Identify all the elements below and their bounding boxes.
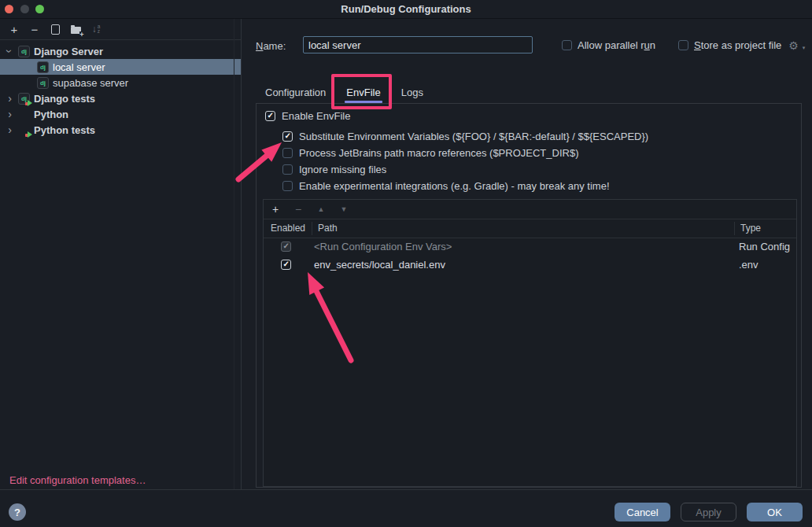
sort-configurations-button[interactable]: ↓ az xyxy=(86,21,106,37)
cancel-button[interactable]: Cancel xyxy=(615,503,670,521)
store-as-project-file-label: Store as project file xyxy=(694,39,781,51)
name-input[interactable] xyxy=(303,36,533,53)
chevron-right-icon[interactable]: › xyxy=(5,92,15,105)
table-row-env-secrets-file[interactable]: env_secrets/local_daniel.env .env xyxy=(264,256,796,274)
python-icon xyxy=(18,109,30,120)
sort-az-icon: ↓ az xyxy=(92,24,101,35)
title-bar: Run/Debug Configurations xyxy=(0,0,812,19)
tab-logs[interactable]: Logs xyxy=(400,82,425,103)
sidebar-toolbar: + − + ↓ az xyxy=(0,19,241,40)
copy-configuration-button[interactable] xyxy=(45,21,65,37)
substitute-env-vars-checkbox[interactable] xyxy=(282,131,293,142)
close-window-button[interactable] xyxy=(5,5,13,13)
edit-configuration-templates-link[interactable]: Edit configuration templates… xyxy=(9,474,146,486)
configurations-sidebar: + − + ↓ az › dj Django Server dj local s… xyxy=(0,19,242,489)
configurations-tree: › dj Django Server dj local server dj su… xyxy=(0,40,241,138)
move-up-button[interactable]: ▲ xyxy=(316,206,327,213)
remove-env-file-button[interactable]: − xyxy=(293,204,304,215)
process-path-macros-option: Process JetBrains path macro references … xyxy=(282,147,578,159)
move-down-button[interactable]: ▼ xyxy=(338,206,349,213)
add-configuration-button[interactable]: + xyxy=(4,21,24,37)
ignore-missing-files-checkbox[interactable] xyxy=(282,164,293,175)
config-tabs: Configuration EnvFile Logs xyxy=(264,82,425,103)
column-header-enabled: Enabled xyxy=(271,223,305,234)
help-button[interactable]: ? xyxy=(9,503,26,521)
django-icon: dj xyxy=(18,46,30,57)
python-test-icon xyxy=(18,124,30,136)
tab-envfile[interactable]: EnvFile xyxy=(345,82,382,103)
django-test-icon: dj xyxy=(18,93,30,105)
substitute-env-vars-option: Substitute Environment Variables (${FOO}… xyxy=(282,131,648,142)
envfile-tab-panel: Enable EnvFile Substitute Environment Va… xyxy=(256,103,802,488)
dialog-button-bar: ? Cancel Apply OK xyxy=(0,489,812,527)
zoom-window-button[interactable] xyxy=(35,5,44,13)
tree-item-django-server[interactable]: › dj Django Server xyxy=(0,43,241,59)
configuration-editor: Name: Allow parallel run Store as projec… xyxy=(242,18,812,489)
chevron-right-icon[interactable]: › xyxy=(5,123,15,136)
tree-item-supabase-server[interactable]: dj supabase server xyxy=(0,75,241,90)
tree-item-python[interactable]: › Python xyxy=(0,106,241,122)
add-env-file-button[interactable]: + xyxy=(270,204,281,215)
enable-envfile-option: Enable EnvFile xyxy=(265,110,350,122)
django-icon: dj xyxy=(37,61,49,73)
experimental-integrations-checkbox[interactable] xyxy=(282,181,293,191)
column-header-type: Type xyxy=(740,223,761,234)
tree-item-django-tests[interactable]: › dj Django tests xyxy=(0,90,241,106)
new-folder-button[interactable]: + xyxy=(65,21,86,37)
column-header-path: Path xyxy=(318,223,338,234)
env-files-table: + − ▲ ▼ Enabled Path Type <Run Configura… xyxy=(263,199,797,487)
allow-parallel-run-checkbox[interactable] xyxy=(562,40,572,50)
enable-envfile-checkbox[interactable] xyxy=(265,111,275,121)
env-files-toolbar: + − ▲ ▼ xyxy=(264,200,796,219)
tab-configuration[interactable]: Configuration xyxy=(264,82,327,103)
name-label: Name: xyxy=(256,40,286,52)
apply-button[interactable]: Apply xyxy=(681,503,736,521)
allow-parallel-run-label: Allow parallel run xyxy=(578,39,655,51)
ignore-missing-files-option: Ignore missing files xyxy=(282,164,386,175)
copy-icon xyxy=(51,24,60,35)
gear-caret-icon: ▾ xyxy=(803,45,806,51)
tree-item-local-server[interactable]: dj local server xyxy=(0,59,241,75)
gear-icon[interactable]: ⚙ xyxy=(788,40,799,51)
ok-button[interactable]: OK xyxy=(747,503,803,521)
chevron-right-icon[interactable]: › xyxy=(5,108,15,120)
django-icon: dj xyxy=(37,77,49,89)
tree-item-python-tests[interactable]: › Python tests xyxy=(0,122,241,138)
chevron-down-icon[interactable]: › xyxy=(5,45,15,57)
allow-parallel-run-option: Allow parallel run xyxy=(562,39,655,51)
experimental-integrations-option: Enable experimental integrations (e.g. G… xyxy=(282,180,610,192)
minimize-window-button[interactable] xyxy=(20,5,29,13)
store-as-project-file-checkbox[interactable] xyxy=(678,40,688,50)
env-files-table-header: Enabled Path Type xyxy=(264,219,796,238)
new-folder-icon: + xyxy=(71,27,81,34)
process-path-macros-checkbox[interactable] xyxy=(282,148,293,158)
row-enabled-checkbox[interactable] xyxy=(281,260,291,270)
table-row-run-config-env-vars[interactable]: <Run Configuration Env Vars> Run Config xyxy=(264,238,796,256)
window-title: Run/Debug Configurations xyxy=(341,3,471,15)
row-enabled-checkbox xyxy=(281,241,291,252)
remove-configuration-button[interactable]: − xyxy=(24,21,45,37)
store-as-project-file-option: Store as project file ⚙▾ xyxy=(678,39,805,51)
